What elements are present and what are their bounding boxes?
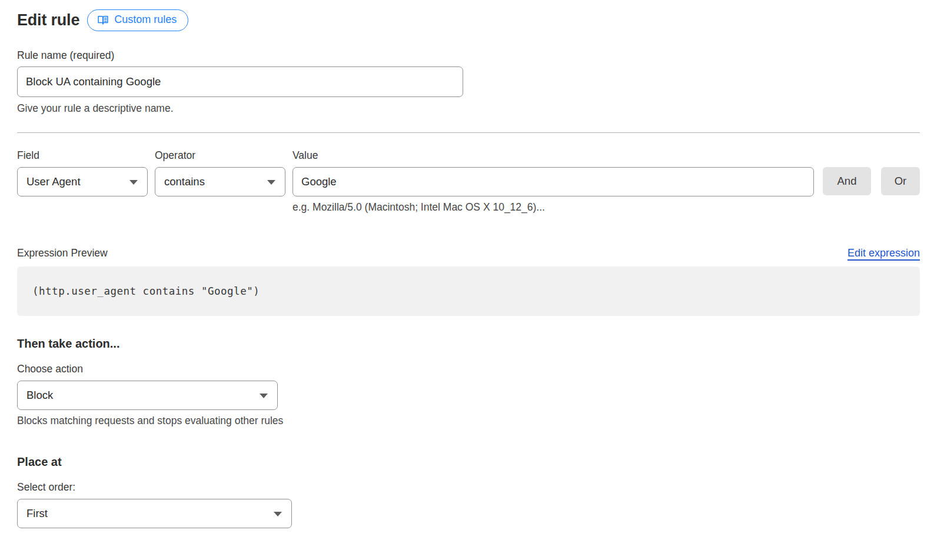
condition-row: Field User Agent Operator contains Value…: [17, 149, 920, 214]
chevron-down-icon: [129, 180, 138, 185]
order-select[interactable]: First: [17, 499, 292, 528]
action-section-heading: Then take action...: [17, 337, 920, 351]
custom-rules-label: Custom rules: [114, 14, 177, 26]
chevron-down-icon: [260, 394, 268, 398]
value-input[interactable]: [293, 167, 814, 196]
choose-action-label: Choose action: [17, 362, 920, 375]
value-help: e.g. Mozilla/5.0 (Macintosh; Intel Mac O…: [293, 201, 814, 214]
custom-rules-button[interactable]: Custom rules: [87, 9, 188, 31]
and-button[interactable]: And: [823, 167, 871, 195]
field-select[interactable]: User Agent: [17, 167, 148, 196]
action-select[interactable]: Block: [17, 381, 278, 410]
operator-select-value: contains: [164, 175, 205, 188]
rule-name-help: Give your rule a descriptive name.: [17, 102, 920, 115]
select-order-label: Select order:: [17, 481, 920, 494]
field-column: Field User Agent: [17, 149, 148, 196]
chevron-down-icon: [267, 180, 275, 185]
page-title: Edit rule: [17, 11, 79, 29]
expression-preview-label: Expression Preview: [17, 246, 108, 259]
expression-header: Expression Preview Edit expression: [17, 246, 920, 259]
expression-preview-box: (http.user_agent contains "Google"): [17, 266, 920, 316]
edit-expression-link[interactable]: Edit expression: [847, 247, 920, 259]
value-label: Value: [293, 149, 814, 162]
operator-column: Operator contains: [155, 149, 285, 196]
field-select-value: User Agent: [26, 175, 81, 188]
action-select-value: Block: [26, 389, 53, 402]
rule-name-label: Rule name (required): [17, 49, 114, 61]
expression-code: (http.user_agent contains "Google"): [32, 285, 260, 297]
order-select-value: First: [26, 507, 48, 520]
edit-rule-page: Edit rule Custom rules Rule name (requir…: [0, 0, 934, 560]
chevron-down-icon: [274, 512, 282, 516]
operator-select[interactable]: contains: [155, 167, 285, 196]
field-label: Field: [17, 149, 148, 162]
section-divider: [17, 132, 920, 133]
operator-label: Operator: [155, 149, 285, 162]
action-help: Blocks matching requests and stops evalu…: [17, 414, 920, 427]
or-button[interactable]: Or: [881, 167, 920, 195]
open-book-icon: [97, 14, 109, 26]
rule-name-input[interactable]: [17, 66, 463, 97]
placement-section-heading: Place at: [17, 455, 920, 469]
value-column: Value e.g. Mozilla/5.0 (Macintosh; Intel…: [293, 149, 814, 214]
page-header: Edit rule Custom rules: [17, 9, 920, 31]
